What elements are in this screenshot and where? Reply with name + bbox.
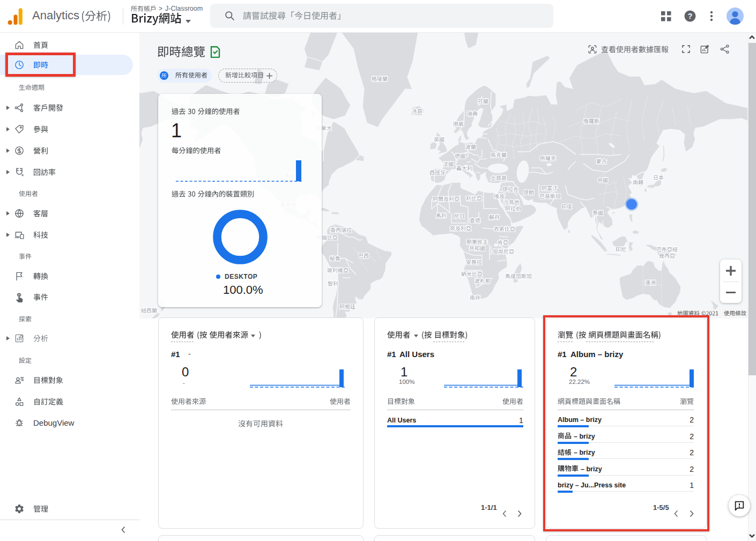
- svg-text:?: ?: [688, 12, 693, 20]
